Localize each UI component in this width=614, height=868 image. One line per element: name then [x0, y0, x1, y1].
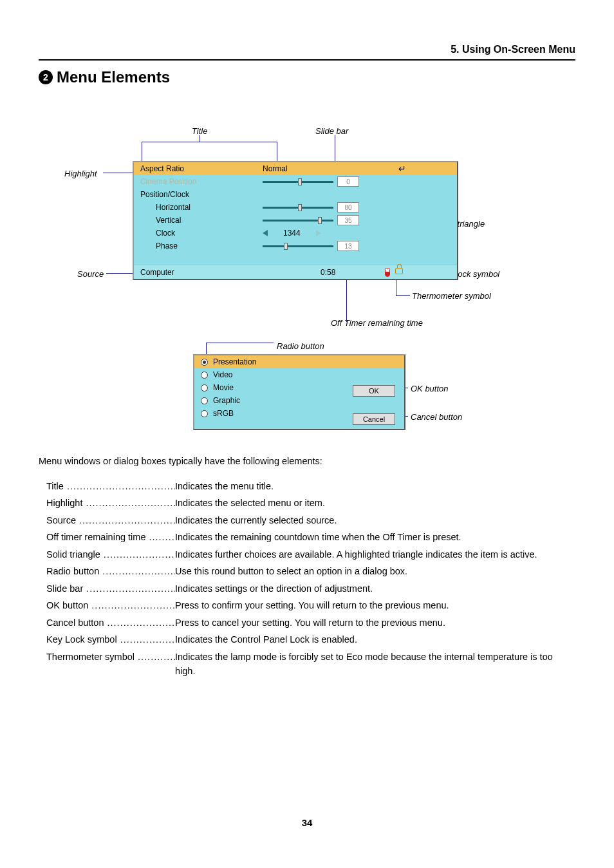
def-term: Solid triangle: [46, 547, 175, 561]
def-row: Thermometer symbolIndicates the lamp mod…: [46, 650, 575, 679]
def-term: Source: [46, 513, 175, 527]
ok-button[interactable]: OK: [353, 385, 395, 397]
def-term: Thermometer symbol: [46, 650, 175, 679]
callout-off-timer: Off Timer remaining time: [331, 318, 423, 328]
def-term: Off timer remaining time: [46, 530, 175, 544]
aspect-ratio-value: Normal: [263, 164, 288, 173]
def-row: Slide barIndicates settings or the direc…: [46, 581, 575, 596]
def-row: HighlightIndicates the selected menu or …: [46, 496, 575, 510]
triangle-left-icon[interactable]: [263, 230, 268, 236]
osd-menu-panel: Aspect Ratio Normal ↵ Cinema Position 0 …: [133, 161, 458, 280]
phase-slider[interactable]: [263, 245, 333, 247]
clock-label: Clock: [134, 229, 263, 238]
radio-label: Movie: [213, 383, 234, 392]
def-row: Off timer remaining timeIndicates the re…: [46, 530, 575, 544]
def-term: Slide bar: [46, 581, 175, 596]
radio-label: Graphic: [213, 396, 240, 405]
section-title: 2 Menu Elements: [39, 68, 170, 86]
enter-icon: ↵: [391, 164, 413, 174]
callout-radio-button: Radio button: [277, 341, 324, 351]
horizontal-slider[interactable]: [263, 207, 333, 209]
cinema-value: 0: [337, 176, 359, 187]
radio-label: Video: [213, 370, 232, 379]
radio-dialog: Presentation Video Movie Graphic sRGB OK…: [193, 354, 405, 430]
callout-source: Source: [77, 269, 104, 279]
def-term: Radio button: [46, 564, 175, 578]
callout-slidebar: Slide bar: [315, 126, 348, 136]
page-number: 34: [0, 817, 614, 828]
def-desc: Indicates settings or the direction of a…: [175, 581, 575, 596]
menu-item-phase[interactable]: Phase 13: [134, 240, 457, 252]
phase-label: Phase: [134, 241, 263, 250]
def-row: SourceIndicates the currently selected s…: [46, 513, 575, 527]
cinema-slider[interactable]: [263, 181, 333, 183]
def-term: Title: [46, 479, 175, 493]
def-desc: Indicates the Control Panel Lock is enab…: [175, 632, 575, 646]
horizontal-value: 80: [337, 202, 359, 212]
radio-diagram: Radio button OK button Cancel button Pre…: [39, 348, 575, 451]
menu-item-horizontal[interactable]: Horizontal 80: [134, 201, 457, 214]
aspect-ratio-label: Aspect Ratio: [134, 164, 263, 173]
callout-highlight: Highlight: [64, 169, 97, 178]
menu-diagram: Title Slide bar Highlight Solid triangle…: [39, 122, 575, 335]
definitions-list: TitleIndicates the menu title. Highlight…: [46, 479, 575, 681]
source-label: Computer: [134, 268, 321, 277]
thermometer-icon: [385, 268, 390, 277]
radio-option-video[interactable]: Video: [194, 368, 404, 381]
intro-paragraph: Menu windows or dialog boxes typically h…: [39, 456, 322, 466]
def-row: Cancel buttonPress to cancel your settin…: [46, 616, 575, 630]
section-title-text: Menu Elements: [57, 68, 170, 86]
vertical-label: Vertical: [134, 216, 263, 225]
def-desc: Indicates the remaining countdown time w…: [175, 530, 575, 544]
def-desc: Press to cancel your setting. You will r…: [175, 616, 575, 630]
def-term: Cancel button: [46, 616, 175, 630]
section-number-badge: 2: [39, 70, 53, 84]
vertical-slider[interactable]: [263, 220, 333, 222]
clock-value: 1344: [283, 229, 301, 238]
menu-item-vertical[interactable]: Vertical 35: [134, 214, 457, 227]
callout-cancel-button: Cancel button: [411, 412, 462, 422]
position-clock-label: Position/Clock: [134, 190, 263, 199]
menu-item-cinema-position: Cinema Position 0: [134, 175, 457, 188]
callout-thermometer: Thermometer symbol: [412, 291, 491, 301]
radio-icon: [201, 359, 208, 366]
cinema-position-label: Cinema Position: [134, 177, 263, 186]
menu-item-aspect-ratio[interactable]: Aspect Ratio Normal ↵: [134, 162, 457, 175]
def-row: Solid triangleIndicates further choices …: [46, 547, 575, 561]
key-lock-icon: [395, 268, 403, 274]
menu-item-clock[interactable]: Clock 1344: [134, 227, 457, 240]
radio-icon: [201, 372, 208, 379]
def-row: Key Lock symbolIndicates the Control Pan…: [46, 632, 575, 646]
def-desc: Indicates further choices are available.…: [175, 547, 575, 561]
radio-icon: [201, 410, 208, 417]
callout-title: Title: [192, 126, 207, 136]
radio-icon: [201, 397, 208, 404]
chapter-header: 5. Using On-Screen Menu: [39, 44, 575, 61]
def-row: Radio buttonUse this round button to sel…: [46, 564, 575, 578]
menu-item-position-clock: Position/Clock: [134, 188, 457, 201]
phase-value: 13: [337, 241, 359, 251]
def-term: OK button: [46, 598, 175, 612]
def-term: Highlight: [46, 496, 175, 510]
vertical-value: 35: [337, 215, 359, 225]
radio-option-presentation[interactable]: Presentation: [194, 355, 404, 368]
def-desc: Indicates the menu title.: [175, 479, 575, 493]
cancel-button[interactable]: Cancel: [353, 413, 395, 425]
def-desc: Indicates the currently selected source.: [175, 513, 575, 527]
def-desc: Indicates the lamp mode is forcibly set …: [175, 650, 575, 679]
def-row: TitleIndicates the menu title.: [46, 479, 575, 493]
radio-label: Presentation: [213, 357, 256, 366]
def-term: Key Lock symbol: [46, 632, 175, 646]
callout-ok-button: OK button: [411, 384, 449, 393]
triangle-right-icon[interactable]: [316, 230, 321, 236]
def-desc: Press to confirm your setting. You will …: [175, 598, 575, 612]
radio-label: sRGB: [213, 409, 234, 418]
off-timer-value: 0:58: [321, 268, 359, 277]
menu-footer: Computer 0:58: [134, 265, 457, 279]
def-desc: Indicates the selected menu or item.: [175, 496, 575, 510]
def-row: OK buttonPress to confirm your setting. …: [46, 598, 575, 612]
horizontal-label: Horizontal: [134, 203, 263, 212]
def-desc: Use this round button to select an optio…: [175, 564, 575, 578]
radio-icon: [201, 384, 208, 392]
